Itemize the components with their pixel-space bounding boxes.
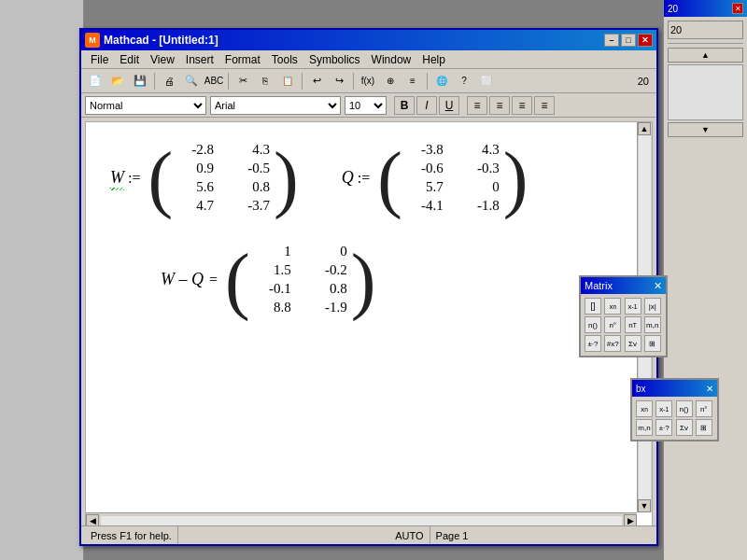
matrix-btn-0[interactable]: [] [585, 298, 601, 315]
matrix-btn-5[interactable]: n° [604, 316, 621, 333]
table-btn[interactable]: ≡ [402, 72, 423, 91]
italic-button[interactable]: I [416, 96, 437, 115]
panel2-buttons: xn x-1 n() n° m,n ±·? Σv ⊞ [632, 397, 717, 440]
minimize-button[interactable]: – [604, 34, 619, 47]
close-button[interactable]: ✕ [638, 34, 653, 47]
bg-close-btn[interactable]: ✕ [732, 3, 743, 14]
menu-help[interactable]: Help [416, 52, 451, 67]
style-select[interactable]: Normal [85, 96, 206, 115]
menu-tools[interactable]: Tools [266, 52, 303, 67]
maximize-button[interactable]: □ [621, 34, 636, 47]
panel2-btn-5[interactable]: ±·? [655, 419, 672, 436]
menu-insert[interactable]: Insert [180, 52, 219, 67]
insert-btn[interactable]: ⊕ [380, 72, 401, 91]
math-region: W := ( -2.8 4.3 0.9 -0.5 5.6 0.8 4.7 -3.… [86, 122, 652, 335]
align-left-button[interactable]: ≡ [467, 96, 487, 115]
wmq-cell-1-0: 1.5 [254, 262, 291, 278]
help-btn[interactable]: ? [454, 72, 474, 91]
menu-window[interactable]: Window [366, 52, 417, 67]
panel2-btn-0[interactable]: xn [636, 400, 653, 417]
panel2: bx ✕ xn x-1 n() n° m,n ±·? Σv ⊞ [630, 378, 719, 441]
paste-btn[interactable]: 📋 [277, 72, 298, 91]
align-justify-button[interactable]: ≡ [534, 96, 555, 115]
align-right-button[interactable]: ≡ [512, 96, 532, 115]
window-btn[interactable]: ⬜ [476, 72, 497, 91]
matrix-btn-9[interactable]: #x? [604, 335, 621, 352]
matrix-btn-6[interactable]: nT [625, 316, 641, 333]
panel2-close[interactable]: ✕ [706, 384, 713, 394]
save-btn[interactable]: 💾 [130, 72, 150, 91]
window-title: Mathcad - [Untitled:1] [104, 34, 604, 47]
wmq-cells: 1 0 1.5 -0.2 -0.1 0.8 8.8 -1.9 [250, 238, 351, 321]
panel2-btn-1[interactable]: x-1 [655, 400, 672, 417]
underline-button[interactable]: U [439, 96, 459, 115]
q-cells: -3.8 4.3 -0.6 -0.3 5.7 0 -4.1 -1.8 [402, 136, 503, 219]
matrix-btn-10[interactable]: Σv [625, 335, 641, 352]
status-help: Press F1 for help. [85, 526, 178, 544]
matrix-panel-title: Matrix ✕ [581, 277, 666, 294]
print-btn[interactable]: 🖨 [159, 72, 179, 91]
format-bar: Normal Arial 10 B I U ≡ ≡ ≡ ≡ [81, 93, 656, 118]
preview-btn[interactable]: 🔍 [181, 72, 202, 91]
q-cell-2-1: 0 [462, 179, 500, 195]
cut-btn[interactable]: ✂ [233, 72, 253, 91]
q-cell-3-1: -1.8 [462, 198, 500, 214]
menu-file[interactable]: File [85, 52, 114, 67]
wmq-matrix: ( 1 0 1.5 -0.2 -0.1 0.8 8.8 -1.9 ) [225, 238, 375, 321]
document-area[interactable]: W := ( -2.8 4.3 0.9 -0.5 5.6 0.8 4.7 -3.… [85, 121, 653, 528]
size-select[interactable]: 10 [345, 96, 387, 115]
matrix-btn-1[interactable]: xn [604, 298, 621, 315]
matrix-panel-buttons: [] xn x-1 |x| n() n° nT m,n ±·? #x? Σv ⊞ [581, 294, 666, 356]
q-assign: := [358, 170, 370, 187]
w-cell-0-1: 4.3 [233, 142, 270, 158]
q-cell-1-0: -0.6 [406, 161, 444, 176]
status-page: Page 1 [430, 526, 653, 544]
q-matrix: ( -3.8 4.3 -0.6 -0.3 5.7 0 -4.1 -1.8 ) [377, 136, 528, 219]
menu-view[interactable]: View [145, 52, 180, 67]
scroll-down-btn[interactable]: ▼ [638, 499, 651, 512]
spellcheck-btn[interactable]: ABC [204, 72, 224, 91]
title-bar: M Mathcad - [Untitled:1] – □ ✕ [81, 30, 656, 50]
q-cell-2-0: 5.7 [406, 179, 444, 195]
matrix-btn-2[interactable]: x-1 [625, 298, 641, 315]
w-cells: -2.8 4.3 0.9 -0.5 5.6 0.8 4.7 -3.7 [173, 136, 274, 219]
resource-btn[interactable]: 🌐 [431, 72, 452, 91]
equation-row-2: W – Q = ( 1 0 1.5 -0.2 -0.1 0.8 8.8 -1.9… [161, 238, 633, 321]
wmq-equals: = [209, 272, 218, 288]
bg-panel-btn2[interactable]: ▼ [668, 122, 743, 137]
panel2-btn-7[interactable]: ⊞ [696, 419, 712, 436]
fx-btn[interactable]: f(x) [358, 72, 378, 91]
equation-row-1: W := ( -2.8 4.3 0.9 -0.5 5.6 0.8 4.7 -3.… [105, 136, 633, 219]
matrix-btn-7[interactable]: m,n [644, 316, 661, 333]
menu-bar: File Edit View Insert Format Tools Symbo… [81, 50, 656, 69]
align-center-button[interactable]: ≡ [489, 96, 510, 115]
panel2-btn-2[interactable]: n() [676, 400, 693, 417]
matrix-panel-close[interactable]: ✕ [654, 280, 662, 292]
menu-edit[interactable]: Edit [114, 52, 145, 67]
panel2-btn-4[interactable]: m,n [636, 419, 653, 436]
bold-button[interactable]: B [394, 96, 415, 115]
matrix-btn-11[interactable]: ⊞ [644, 335, 661, 352]
redo-btn[interactable]: ↪ [329, 72, 349, 91]
status-mode: AUTO [389, 526, 430, 544]
panel2-btn-3[interactable]: n° [696, 400, 712, 417]
matrix-btn-3[interactable]: |x| [644, 298, 661, 315]
copy-btn[interactable]: ⎘ [255, 72, 275, 91]
w-cell-2-0: 5.6 [176, 179, 214, 195]
open-btn[interactable]: 📂 [107, 72, 128, 91]
font-select[interactable]: Arial [210, 96, 341, 115]
matrix-btn-8[interactable]: ±·? [585, 335, 601, 352]
bg-panel-btn1[interactable]: ▲ [668, 48, 743, 63]
w-left-paren: ( [148, 147, 173, 210]
wmq-cell-0-1: 0 [310, 244, 347, 259]
menu-format[interactable]: Format [219, 52, 266, 67]
wmq-right-paren: ) [351, 248, 376, 312]
undo-btn[interactable]: ↩ [306, 72, 327, 91]
scroll-up-btn[interactable]: ▲ [638, 122, 651, 135]
wmq-cell-2-1: 0.8 [310, 281, 347, 297]
q-label: Q [342, 168, 354, 188]
menu-symbolics[interactable]: Symbolics [303, 52, 366, 67]
matrix-btn-4[interactable]: n() [585, 316, 601, 333]
new-btn[interactable]: 📄 [85, 72, 106, 91]
panel2-btn-6[interactable]: Σv [676, 419, 693, 436]
